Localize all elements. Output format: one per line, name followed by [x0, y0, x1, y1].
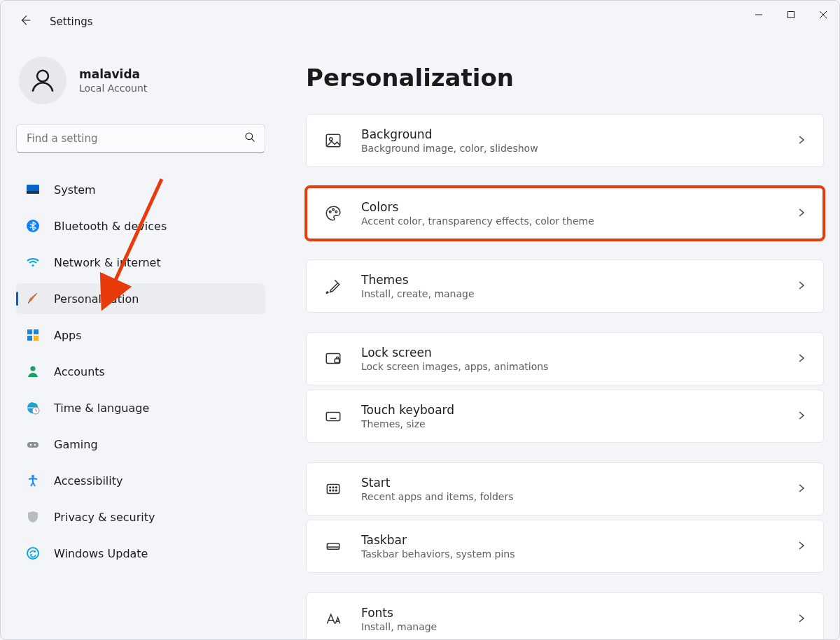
sidebar-item-system[interactable]: System: [16, 174, 265, 205]
card-text: Lock screen Lock screen images, apps, an…: [361, 346, 778, 372]
svg-rect-14: [27, 336, 32, 341]
card-text: Touch keyboard Themes, size: [361, 403, 778, 429]
card-subtitle: Themes, size: [361, 418, 778, 429]
bluetooth-icon: [26, 219, 40, 233]
svg-point-5: [37, 71, 48, 82]
back-button[interactable]: [19, 14, 31, 29]
card-start[interactable]: Start Recent apps and items, folders: [306, 462, 824, 515]
svg-point-27: [332, 208, 335, 211]
card-fonts[interactable]: Fonts Install, manage: [306, 592, 824, 640]
chevron-right-icon: [797, 207, 806, 220]
image-icon: [323, 131, 343, 150]
user-name: malavida: [79, 67, 147, 81]
svg-point-20: [30, 444, 31, 446]
sidebar-item-accounts[interactable]: Accounts: [16, 356, 265, 387]
svg-point-42: [332, 490, 334, 491]
svg-rect-30: [335, 359, 340, 362]
shield-icon: [26, 510, 40, 524]
chevron-right-icon: [797, 540, 806, 553]
svg-rect-12: [27, 329, 32, 334]
sidebar-item-label: System: [54, 183, 96, 197]
chevron-right-icon: [797, 280, 806, 293]
sidebar-item-label: Personalization: [54, 292, 139, 306]
svg-rect-19: [27, 442, 38, 448]
card-text: Taskbar Taskbar behaviors, system pins: [361, 533, 778, 560]
search-box[interactable]: [16, 124, 265, 153]
svg-point-28: [335, 211, 337, 213]
accessibility-icon: [26, 474, 40, 488]
card-text: Colors Accent color, transparency effect…: [361, 200, 778, 227]
svg-point-6: [246, 133, 253, 140]
sidebar-item-windows-update[interactable]: Windows Update: [16, 538, 265, 569]
sidebar-item-time-language[interactable]: Time & language: [16, 392, 265, 423]
card-text: Background Background image, color, slid…: [361, 127, 778, 154]
svg-rect-15: [34, 336, 38, 341]
fonts-icon: [323, 609, 343, 629]
main-content: Personalization Background Background im…: [281, 43, 828, 639]
card-subtitle: Background image, color, slideshow: [361, 143, 778, 154]
maximize-button[interactable]: [775, 1, 807, 29]
close-button[interactable]: [807, 1, 839, 29]
taskbar-icon: [323, 536, 343, 556]
card-touch-keyboard[interactable]: Touch keyboard Themes, size: [306, 390, 824, 443]
sidebar-item-privacy[interactable]: Privacy & security: [16, 502, 265, 532]
card-title: Background: [361, 127, 778, 141]
wifi-icon: [26, 255, 40, 269]
card-colors[interactable]: Colors Accent color, transparency effect…: [306, 187, 824, 240]
globe-clock-icon: [26, 401, 40, 415]
sidebar-item-label: Accessibility: [54, 474, 122, 488]
card-title: Fonts: [361, 606, 778, 620]
card-subtitle: Recent apps and items, folders: [361, 491, 778, 502]
svg-rect-13: [34, 329, 38, 334]
card-title: Start: [361, 476, 778, 490]
sidebar: malavida Local Account System Blueto: [1, 43, 281, 639]
avatar: [19, 57, 66, 104]
sidebar-item-gaming[interactable]: Gaming: [16, 429, 265, 460]
sidebar-item-label: Privacy & security: [54, 511, 155, 524]
svg-point-40: [335, 487, 337, 488]
sidebar-item-label: Gaming: [54, 438, 98, 451]
card-subtitle: Lock screen images, apps, animations: [361, 361, 778, 372]
user-account-row[interactable]: malavida Local Account: [19, 57, 262, 104]
sidebar-item-apps[interactable]: Apps: [16, 320, 265, 350]
sidebar-item-label: Time & language: [54, 401, 149, 415]
sidebar-item-network[interactable]: Network & internet: [16, 247, 265, 278]
card-subtitle: Install, manage: [361, 621, 778, 632]
settings-window: Settings malavida Local Account Sys: [0, 0, 840, 640]
sidebar-item-accessibility[interactable]: Accessibility: [16, 465, 265, 496]
svg-point-11: [31, 264, 34, 266]
svg-point-26: [329, 211, 331, 213]
svg-point-39: [332, 487, 334, 488]
chevron-right-icon: [797, 134, 806, 148]
card-title: Themes: [361, 273, 778, 287]
card-lock-screen[interactable]: Lock screen Lock screen images, apps, an…: [306, 332, 824, 385]
palette-icon: [323, 204, 343, 223]
settings-cards: Background Background image, color, slid…: [306, 114, 828, 640]
svg-point-25: [330, 138, 332, 141]
gamepad-icon: [26, 437, 40, 451]
lock-screen-icon: [323, 349, 343, 369]
chevron-right-icon: [797, 483, 806, 496]
paintbrush-icon: [323, 276, 343, 296]
card-subtitle: Install, create, manage: [361, 288, 778, 299]
minimize-button[interactable]: [743, 1, 775, 29]
person-icon: [26, 364, 40, 378]
card-title: Touch keyboard: [361, 403, 778, 417]
app-title: Settings: [50, 15, 93, 28]
brush-icon: [26, 292, 40, 306]
svg-point-21: [34, 444, 36, 446]
sidebar-item-label: Apps: [54, 329, 82, 342]
card-title: Colors: [361, 200, 778, 214]
card-background[interactable]: Background Background image, color, slid…: [306, 114, 824, 167]
svg-rect-31: [326, 413, 340, 421]
card-taskbar[interactable]: Taskbar Taskbar behaviors, system pins: [306, 520, 824, 573]
search-input[interactable]: [16, 124, 265, 153]
card-themes[interactable]: Themes Install, create, manage: [306, 259, 824, 313]
nav-list: System Bluetooth & devices Network & int…: [16, 174, 265, 569]
sidebar-item-personalization[interactable]: Personalization: [16, 283, 265, 314]
search-icon: [244, 131, 255, 145]
sidebar-item-bluetooth[interactable]: Bluetooth & devices: [16, 211, 265, 241]
card-text: Themes Install, create, manage: [361, 273, 778, 299]
svg-rect-44: [327, 543, 339, 550]
sidebar-item-label: Bluetooth & devices: [54, 220, 167, 233]
